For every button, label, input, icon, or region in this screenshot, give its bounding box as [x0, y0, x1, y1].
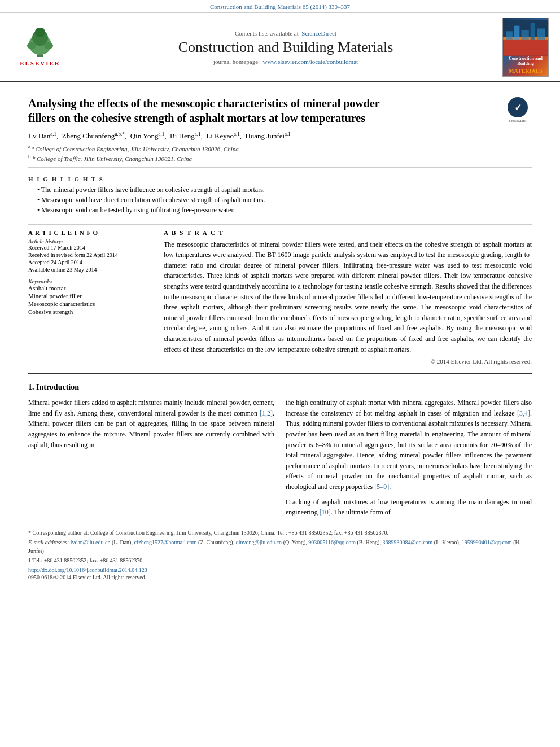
article-info-label: A R T I C L E I N F O	[28, 229, 152, 236]
highlights-section: H I G H L I G H T S The mineral powder f…	[28, 172, 532, 220]
svg-point-4	[27, 42, 36, 49]
footnote-email: E-mail addresses: lvdan@jlu.edu.cn (L. D…	[28, 538, 532, 555]
main-content: ✓ CrossMark Analysing the effects of the…	[0, 82, 560, 586]
history-label: Article history:	[28, 238, 152, 244]
journal-header: ELSEVIER Contents lists available at Sci…	[0, 13, 560, 82]
journal-homepage: journal homepage: www.elsevier.com/locat…	[213, 58, 358, 65]
email-huang: 1959990401@qq.com	[462, 539, 512, 545]
keyword-3: Mesoscopic characteristics	[28, 300, 152, 307]
highlight-item-3: Mesoscopic void can be tested by using i…	[37, 206, 532, 215]
abstract-label: A B S T R A C T	[164, 229, 532, 236]
article-info-col: A R T I C L E I N F O Article history: R…	[28, 229, 152, 365]
intro-text-right-2: Cracking of asphalt mixtures at low temp…	[286, 497, 532, 518]
author-li: Li Keyao	[206, 132, 234, 140]
divider-3	[28, 373, 532, 374]
citation-bar: Construction and Building Materials 65 (…	[0, 0, 560, 13]
footnote-tel: 1 Tel.: +86 431 88502352; fax: +86 431 8…	[28, 556, 532, 565]
available-date: Available online 23 May 2014	[28, 267, 152, 273]
article-title: Analysing the effects of the mesoscopic …	[28, 96, 406, 125]
highlight-item-2: Mesoscopic void have direct correlation …	[37, 196, 532, 204]
crossmark-circle: ✓	[508, 97, 528, 117]
cover-image-icon	[502, 20, 549, 56]
elsevier-logo: ELSEVIER	[20, 28, 60, 67]
copyright-line: © 2014 Elsevier Ltd. All rights reserved…	[164, 358, 532, 365]
email-bi: 903005116@qq.com	[308, 539, 356, 545]
author-li-sup: a,1	[234, 131, 240, 137]
crossmark-badge[interactable]: ✓ CrossMark	[504, 96, 532, 124]
keyword-2: Mineral powder filler	[28, 292, 152, 299]
affil-a: a ª College of Construction Engineering,…	[28, 144, 532, 152]
intro-text-right: the high continuity of asphalt mortar wi…	[286, 397, 532, 492]
ref-1-2: [1,2]	[260, 409, 273, 417]
ref-10: [10]	[320, 508, 331, 516]
svg-rect-12	[531, 23, 535, 40]
journal-cover-section: Construction and Building MATERIALS	[500, 18, 551, 77]
keyword-1: Asphalt mortar	[28, 285, 152, 291]
footnotes-section: * Corresponding author at: College of Co…	[28, 526, 532, 580]
intro-col-right: the high continuity of asphalt mortar wi…	[286, 397, 532, 518]
intro-heading: 1. Introduction	[28, 383, 532, 392]
footnote-corresponding: * Corresponding author at: College of Co…	[28, 528, 532, 537]
crossmark-icon: ✓	[514, 102, 522, 113]
author-zheng-sup: a,b,*	[115, 131, 125, 137]
keyword-4: Cohesive strength	[28, 308, 152, 315]
email-zheng: cfzheng1527@hotmail.com	[134, 539, 196, 545]
authors-line: Lv Dana,1, Zheng Chuanfenga,b,*, Qin Yon…	[28, 131, 532, 141]
ref-3-4: [3,4]	[517, 409, 530, 417]
email-lvdan: lvdan@jlu.edu.cn	[71, 539, 111, 545]
doi-line[interactable]: http://dx.doi.org/10.1016/j.conbuildmat.…	[28, 567, 532, 573]
author-qin-sup: a,1	[158, 131, 164, 137]
intro-text-left: Mineral powder fillers added to asphalt …	[28, 397, 274, 450]
intro-col-left: Mineral powder fillers added to asphalt …	[28, 397, 274, 518]
intro-section: 1. Introduction Mineral powder fillers a…	[28, 383, 532, 518]
affil-b: b ᵇ College of Traffic, Jilin University…	[28, 154, 532, 163]
highlight-item-1: The mineral powder fillers have influenc…	[37, 186, 532, 194]
journal-cover: Construction and Building MATERIALS	[502, 18, 549, 77]
email-li: 3689930084@qq.com	[382, 539, 432, 545]
author-bi: Bi Heng	[170, 132, 195, 140]
author-huang: Huang Junfei	[245, 132, 285, 140]
article-info-box: A R T I C L E I N F O Article history: R…	[28, 229, 152, 273]
sciencedirect-link[interactable]: ScienceDirect	[301, 30, 336, 37]
author-bi-sup: a,1	[195, 131, 201, 137]
author-lv: Lv Dan	[28, 132, 50, 140]
highlights-label: H I G H L I G H T S	[28, 176, 532, 182]
journal-url[interactable]: www.elsevier.com/locate/conbuildmat	[263, 58, 358, 65]
journal-title-section: Contents lists available at ScienceDirec…	[71, 18, 500, 77]
email-qin: qinyong@jlu.edu.cn	[236, 539, 282, 545]
citation-text: Construction and Building Materials 65 (…	[210, 3, 350, 10]
abstract-col: A B S T R A C T The mesoscopic character…	[164, 229, 532, 365]
keywords-box: Keywords: Asphalt mortar Mineral powder …	[28, 278, 152, 315]
svg-point-5	[44, 42, 53, 49]
cover-title: Construction and Building	[505, 56, 546, 67]
crossmark-label: CrossMark	[509, 119, 526, 123]
elsevier-brand: ELSEVIER	[20, 60, 60, 67]
ref-5-9: [5–9]	[374, 483, 389, 491]
svg-rect-11	[521, 30, 529, 39]
accepted-date: Accepted 24 April 2014	[28, 259, 152, 265]
info-abstract-columns: A R T I C L E I N F O Article history: R…	[28, 229, 532, 365]
svg-rect-10	[514, 26, 520, 40]
affiliations: a ª College of Construction Engineering,…	[28, 144, 532, 162]
journal-title: Construction and Building Materials	[178, 39, 393, 56]
elsevier-logo-section: ELSEVIER	[9, 18, 71, 77]
received-date: Received 17 March 2014	[28, 244, 152, 251]
abstract-text: The mesoscopic characteristics of minera…	[164, 239, 532, 355]
divider-2	[28, 224, 532, 225]
author-huang-sup: a,1	[285, 131, 291, 137]
author-qin: Qin Yong	[130, 132, 159, 140]
author-zheng: Zheng Chuanfeng	[62, 132, 115, 140]
keywords-label: Keywords:	[28, 278, 152, 285]
contents-line: Contents lists available at ScienceDirec…	[235, 30, 336, 37]
svg-rect-13	[537, 28, 545, 39]
issn-line: 0950-0618/© 2014 Elsevier Ltd. All right…	[28, 574, 532, 580]
svg-rect-7	[503, 37, 548, 56]
author-lv-sup: a,1	[50, 131, 56, 137]
intro-columns: Mineral powder fillers added to asphalt …	[28, 397, 532, 518]
revised-date: Received in revised form 22 April 2014	[28, 252, 152, 258]
divider-1	[28, 167, 532, 168]
cover-materials: MATERIALS	[509, 68, 542, 74]
svg-rect-9	[506, 31, 513, 39]
elsevier-tree-icon	[20, 28, 60, 59]
